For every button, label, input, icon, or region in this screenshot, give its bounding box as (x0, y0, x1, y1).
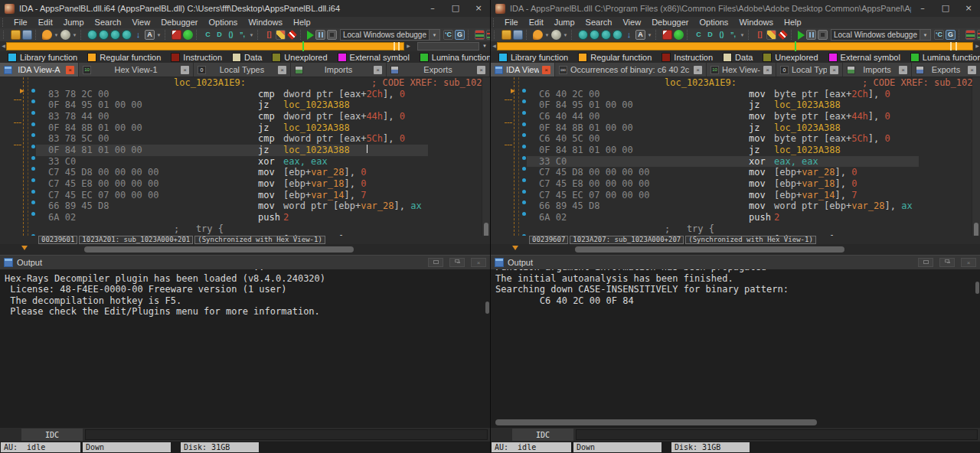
rename-icon[interactable]: A (635, 30, 645, 40)
listing-line[interactable]: C7 45 D8 00 00 00 00mov[ebp+var_28], 0 (0, 167, 490, 178)
listing-line[interactable]: C6 40 5C 00movbyte ptr [eax+5Ch], 0 (491, 133, 980, 145)
cli-language-button[interactable]: IDC (512, 429, 573, 441)
quick-compile-icon[interactable]: ‘C (934, 30, 944, 40)
listing-line[interactable]: C7 45 FC 01 00 00 00mov[ebp+var_4], 1 (491, 234, 980, 235)
hints-bulb-icon[interactable] (60, 30, 70, 40)
quick-script-icon[interactable]: G (455, 30, 465, 40)
listing-line[interactable]: 66 89 45 D8movword ptr [ebp+var_28], ax (0, 200, 490, 212)
navband-bar[interactable] (6, 42, 404, 51)
listing-line[interactable]: 6A 02push2 (491, 212, 980, 223)
restore-panel-button[interactable] (918, 258, 933, 267)
listing-line[interactable]: C7 45 E8 00 00 00 00mov[ebp+var_18], 0 (491, 178, 980, 190)
dropdown-caret-icon[interactable]: ▼ (647, 33, 652, 37)
signatures-window-icon[interactable] (122, 30, 132, 40)
listing-line[interactable]: 33 C0xoreax, eax (0, 156, 490, 168)
cli-input[interactable] (85, 429, 488, 440)
listing-hscrollbar[interactable] (0, 244, 490, 255)
breakpoint-icon[interactable] (287, 30, 297, 40)
navband-bar[interactable] (497, 42, 973, 51)
menu-item-options[interactable]: Options (203, 17, 243, 28)
tab-close-icon[interactable]: × (542, 66, 550, 74)
dropdown-caret-icon[interactable]: ▼ (156, 33, 162, 37)
tab-close-icon[interactable]: × (374, 66, 382, 74)
start-process-icon[interactable] (798, 31, 805, 40)
patch-bytes-icon[interactable]: [] (264, 30, 274, 40)
pause-process-icon[interactable] (315, 30, 325, 40)
tab-close-icon[interactable]: × (477, 66, 485, 74)
scrollbar-thumb[interactable] (84, 246, 354, 253)
listing-line[interactable]: 0F 84 8B 01 00 00jzloc_1023A388 (491, 122, 980, 134)
dropdown-caret-icon[interactable]: ▼ (544, 33, 550, 37)
listing-line[interactable]: C7 45 FC 01 00 00 00mov[ebp+var_4], 1 (0, 234, 490, 235)
colors-icon[interactable] (172, 30, 181, 40)
debugger-selector[interactable]: Local Windows debugge▼ (831, 29, 931, 41)
listing-line[interactable]: 33 C0xoreax, eax (491, 156, 980, 168)
listing-line[interactable]: 83 78 44 00cmpdword ptr [eax+44h], 0 (0, 111, 490, 122)
menu-item-file[interactable]: File (499, 17, 524, 28)
listing-line[interactable]: 66 89 45 D8movword ptr [ebp+var_28], ax (491, 200, 980, 212)
tab-ida-view-a[interactable]: IDA View-A× (491, 63, 555, 77)
listing-line[interactable]: 0F 84 81 01 00 00jzloc_1023A388 (491, 145, 980, 156)
output-hscroll-thumb[interactable] (495, 419, 817, 425)
open-file-icon[interactable] (501, 30, 511, 40)
listing-line[interactable]: loc_1023A1E9:; CODE XREF: sub_102 (491, 77, 980, 89)
segments-window-icon[interactable] (601, 30, 611, 40)
navigation-band[interactable]: ◀ ▶ (491, 41, 980, 51)
tab-imports[interactable]: Imports× (291, 63, 387, 77)
float-panel-button[interactable] (449, 258, 465, 267)
tab-hex-view-1[interactable]: 10Hex View-1× (79, 63, 194, 77)
output-scrollbar-thumb[interactable] (485, 301, 489, 314)
open-file-icon[interactable] (11, 30, 21, 40)
debugger-selector[interactable]: Local Windows debugge▼ (340, 29, 440, 41)
listing-line[interactable]: C6 40 2C 00movbyte ptr [eax+2Ch], 0 (491, 89, 980, 100)
menu-item-jump[interactable]: Jump (549, 17, 580, 28)
scrollbar-thumb[interactable] (575, 246, 844, 253)
listing-line[interactable]: 83 78 2C 00cmpdword ptr [eax+2Ch], 0 (0, 89, 490, 100)
edit-pencil-icon[interactable] (766, 30, 776, 40)
close-panel-button[interactable]: × (961, 258, 976, 267)
cli-language-button[interactable]: IDC (21, 429, 83, 441)
output-panel-header[interactable]: Output × (0, 255, 490, 269)
create-string-icon[interactable]: ”, (237, 30, 247, 40)
jump-arrow-icon[interactable]: ↓ (133, 30, 143, 40)
dropdown-caret-icon[interactable]: ▼ (920, 30, 930, 40)
navband-range-combo[interactable] (417, 42, 479, 51)
tab-exports[interactable]: Exports× (387, 63, 490, 77)
create-code-icon[interactable]: C (203, 30, 213, 40)
output-log[interactable]: .. Hex-Rays Decompiler plugin has been l… (0, 269, 490, 428)
listing-hscrollbar[interactable] (491, 244, 980, 255)
output-log[interactable]: Function argument information has been p… (491, 269, 980, 428)
dropdown-caret-icon[interactable]: ▼ (54, 33, 59, 37)
segments-window-icon[interactable] (110, 30, 120, 40)
listing-line[interactable]: C6 40 44 00movbyte ptr [eax+44h], 0 (491, 111, 980, 122)
tab-ida-view-a[interactable]: IDA View-A× (0, 63, 79, 77)
maximize-button[interactable]: □ (444, 0, 467, 17)
tab-close-icon[interactable]: × (66, 66, 74, 74)
dropdown-caret-icon[interactable]: ▼ (249, 33, 254, 37)
quick-script-icon[interactable]: G (946, 30, 956, 40)
listing-line[interactable]: ; try { (0, 223, 490, 235)
close-panel-button[interactable]: × (471, 258, 486, 267)
dropdown-caret-icon[interactable]: ▼ (72, 33, 77, 37)
restore-panel-button[interactable] (428, 258, 443, 267)
tab-occurrences-of-binary-c6-40-2c-00-0f-84[interactable]: ooOccurrences of binary: c6 40 2c 00 0f … (555, 63, 707, 77)
listing-line[interactable]: 6A 02push2 (0, 212, 490, 223)
tab-close-icon[interactable]: × (763, 66, 772, 74)
jump-location-icon[interactable] (42, 30, 52, 40)
tab-close-icon[interactable]: × (968, 66, 976, 74)
colors-icon[interactable] (662, 30, 672, 40)
create-data-icon[interactable]: D (214, 30, 224, 40)
menu-item-options[interactable]: Options (694, 17, 733, 28)
pause-process-icon[interactable] (806, 30, 816, 40)
functions-window-icon[interactable] (578, 30, 588, 40)
menu-item-search[interactable]: Search (580, 17, 618, 28)
rename-icon[interactable]: A (145, 30, 155, 40)
output-scrollbar-thumb[interactable] (975, 282, 979, 294)
tab-close-icon[interactable]: × (278, 66, 286, 74)
close-button[interactable]: × (467, 0, 490, 17)
menu-item-debugger[interactable]: Debugger (155, 17, 203, 28)
menu-item-help[interactable]: Help (779, 17, 807, 28)
dropdown-caret-icon[interactable]: ▼ (740, 33, 745, 37)
lumina-icon[interactable] (183, 30, 193, 40)
listing-line[interactable]: 0F 84 95 01 00 00jzloc_1023A388 (0, 99, 490, 111)
